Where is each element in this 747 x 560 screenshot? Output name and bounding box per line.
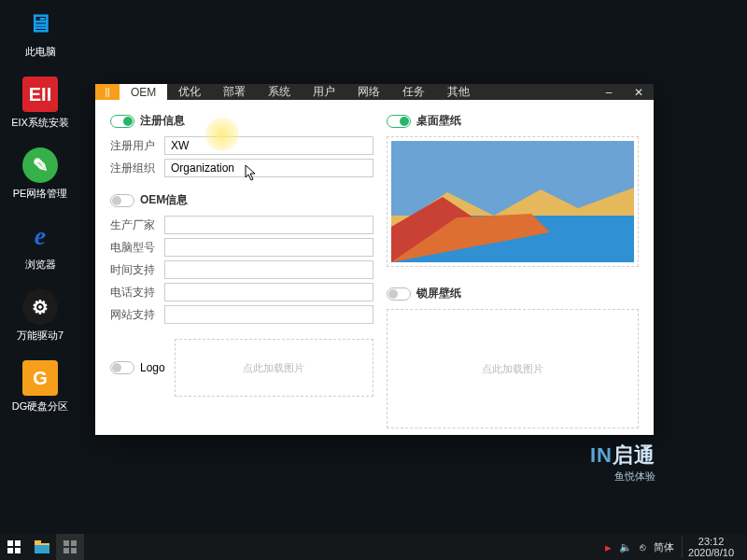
- brand-watermark: IN启通 鱼悦体验: [590, 441, 655, 483]
- svg-rect-8: [15, 548, 21, 553]
- lockscreen-section: 锁屏壁纸 点此加载图片: [387, 286, 639, 436]
- wallpaper-image: [391, 141, 634, 262]
- lockscreen-toggle[interactable]: [387, 287, 411, 301]
- lockscreen-title: 锁屏壁纸: [416, 286, 461, 301]
- desktop-icon-penet[interactable]: ✎ PE网络管理: [9, 147, 71, 201]
- oem-field-input-1[interactable]: [164, 238, 374, 257]
- svg-rect-14: [63, 548, 69, 553]
- start-button[interactable]: [0, 534, 28, 560]
- logo-dropzone[interactable]: 点此加载图片: [175, 339, 374, 397]
- svg-rect-7: [7, 548, 13, 553]
- tab-other[interactable]: 其他: [436, 84, 481, 100]
- svg-rect-11: [35, 545, 49, 553]
- reg-org-input[interactable]: [164, 159, 374, 177]
- wallpaper-title: 桌面壁纸: [416, 113, 461, 129]
- taskview-button[interactable]: [56, 534, 84, 560]
- desktop-icon-browser[interactable]: e 浏览器: [9, 218, 71, 272]
- oem-field-label: 网站支持: [110, 307, 159, 323]
- lockscreen-dropzone[interactable]: 点此加载图片: [387, 309, 639, 428]
- settings-window: || OEM 优化 部署 系统 用户 网络 任务 其他 – ✕ 注册信息 注册用…: [95, 84, 654, 435]
- oem-title: OEM信息: [140, 192, 188, 208]
- desktop-icon-driver[interactable]: ⚙ 万能驱动7: [9, 289, 71, 343]
- reg-org-label: 注册组织: [110, 161, 159, 176]
- svg-rect-12: [63, 540, 69, 546]
- oem-section: OEM信息 生产厂家电脑型号时间支持电话支持网站支持: [110, 192, 374, 328]
- oem-field-label: 电话支持: [110, 285, 159, 301]
- oem-field-label: 生产厂家: [110, 217, 159, 233]
- oem-field-input-0[interactable]: [164, 216, 374, 234]
- svg-rect-10: [35, 540, 41, 544]
- svg-rect-6: [15, 540, 21, 546]
- tab-opt[interactable]: 优化: [167, 84, 212, 100]
- svg-rect-15: [71, 548, 77, 553]
- svg-rect-13: [71, 540, 77, 546]
- tab-oem[interactable]: OEM: [120, 84, 167, 100]
- logo-toggle[interactable]: [110, 361, 134, 374]
- oem-field-input-3[interactable]: [164, 283, 374, 301]
- desktop-icon-pc[interactable]: 🖥 此电脑: [9, 6, 71, 59]
- taskbar: ▸ 🔈 ⎋ 简体 23:12 2020/8/10: [0, 534, 747, 560]
- reg-user-input[interactable]: [164, 136, 374, 155]
- tray-lang[interactable]: 简体: [654, 540, 674, 554]
- tray-volume-icon[interactable]: 🔈: [619, 541, 632, 553]
- system-tray: ▸ 🔈 ⎋ 简体 23:12 2020/8/10: [605, 536, 747, 558]
- oem-field-label: 电脑型号: [110, 240, 159, 256]
- tray-flag-icon[interactable]: ▸: [605, 540, 612, 554]
- folder-icon: [35, 540, 49, 553]
- tab-network[interactable]: 网络: [346, 84, 391, 100]
- desktop-icon-eix[interactable]: EII EIX系统安装: [9, 77, 71, 130]
- clock[interactable]: 23:12 2020/8/10: [682, 536, 740, 558]
- minimize-button[interactable]: –: [594, 84, 624, 100]
- oem-toggle[interactable]: [110, 194, 134, 207]
- close-button[interactable]: ✕: [624, 84, 654, 100]
- tab-system[interactable]: 系统: [257, 84, 302, 100]
- register-title: 注册信息: [140, 113, 185, 129]
- grid-icon: [63, 540, 77, 553]
- windows-icon: [7, 540, 21, 553]
- tab-user[interactable]: 用户: [302, 84, 346, 100]
- wallpaper-toggle[interactable]: [387, 115, 411, 128]
- home-tab[interactable]: ||: [95, 84, 120, 100]
- svg-rect-5: [7, 540, 13, 546]
- oem-field-label: 时间支持: [110, 262, 159, 278]
- register-toggle[interactable]: [110, 115, 134, 128]
- reg-user-label: 注册用户: [110, 138, 159, 154]
- desktop-icon-dg[interactable]: G DG硬盘分区: [9, 360, 71, 413]
- tab-deploy[interactable]: 部署: [212, 84, 257, 100]
- oem-field-input-2[interactable]: [164, 260, 374, 279]
- register-section: 注册信息 注册用户 注册组织: [110, 113, 374, 181]
- oem-field-input-4[interactable]: [164, 305, 374, 324]
- titlebar: || OEM 优化 部署 系统 用户 网络 任务 其他 – ✕: [95, 84, 654, 100]
- explorer-button[interactable]: [28, 534, 56, 560]
- logo-section: Logo 点此加载图片: [110, 339, 374, 397]
- logo-title: Logo: [140, 361, 165, 374]
- tab-task[interactable]: 任务: [391, 84, 436, 100]
- tray-network-icon[interactable]: ⎋: [640, 541, 646, 553]
- wallpaper-section: 桌面壁纸: [387, 113, 639, 274]
- wallpaper-preview[interactable]: [387, 136, 639, 267]
